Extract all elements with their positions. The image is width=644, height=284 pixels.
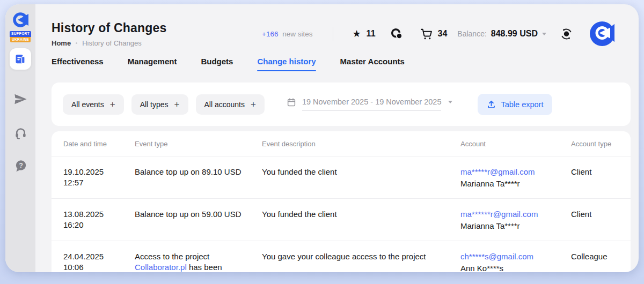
cell-account-type: Client	[571, 167, 631, 189]
account-email-link[interactable]: ma******r@gmail.com	[460, 209, 557, 220]
date-range-picker[interactable]: 19 November 2025 - 19 November 2025	[287, 98, 453, 111]
plus-icon: +	[110, 100, 115, 109]
account-name: Marianna Ta****r	[460, 178, 557, 189]
table-export-button[interactable]: Table export	[478, 94, 552, 115]
ukraine-badge: UKRAINE	[10, 37, 31, 43]
column-header-event-type: Event type	[135, 140, 262, 148]
calendar-icon	[287, 98, 296, 107]
favorites-count: 11	[367, 29, 376, 39]
cell-event-description: You funded the client	[262, 209, 460, 231]
account-name: Ann Ko****s	[460, 263, 557, 272]
tab-change-history[interactable]: Change history	[257, 57, 316, 71]
history-table: Date and time Event type Event descripti…	[52, 131, 631, 272]
svg-text:?: ?	[19, 162, 23, 169]
favorites-counter[interactable]: ★ 11	[352, 29, 375, 39]
new-sites-label: new sites	[282, 30, 312, 38]
avatar[interactable]	[590, 21, 614, 46]
cell-account: ma*****r@gmail.com Marianna Ta****r	[460, 167, 571, 189]
chevron-down-icon	[542, 33, 546, 35]
tab-management[interactable]: Management	[128, 57, 177, 71]
support-badge: SUPPORT	[10, 31, 31, 37]
page-title: History of Changes	[52, 21, 262, 35]
cart-count: 34	[438, 29, 448, 39]
breadcrumb: Home History of Changes	[52, 39, 262, 47]
collaborator-logo-icon	[11, 11, 30, 31]
cell-event-type: Access to the project Collaborator.pl ha…	[135, 251, 262, 272]
header-divider	[333, 27, 333, 41]
export-icon	[487, 100, 496, 109]
column-header-account-type: Account type	[571, 140, 631, 148]
profile-logo-icon	[590, 21, 614, 46]
cell-account: ch*****s@gmail.com Ann Ko****s	[460, 251, 571, 272]
paper-plane-icon	[13, 92, 27, 106]
star-icon: ★	[352, 29, 361, 39]
breadcrumb-current: History of Changes	[82, 39, 142, 47]
cell-account: ma******r@gmail.com Marianna Ta****r	[460, 209, 571, 231]
column-header-account: Account	[460, 140, 571, 148]
cell-date: 19.10.2025 12:57	[63, 167, 135, 189]
cart-icon	[420, 28, 433, 40]
app-window: SUPPORT UKRAINE	[5, 4, 639, 272]
messages-button[interactable]	[390, 27, 404, 41]
sidebar-item-support[interactable]	[10, 122, 31, 143]
filter-all-events[interactable]: All events +	[63, 94, 124, 115]
balance-label: Balance:	[457, 29, 486, 38]
breadcrumb-home[interactable]: Home	[52, 39, 71, 47]
cell-date: 13.08.2025 16:20	[63, 209, 135, 231]
new-sites-count: +166	[262, 30, 278, 38]
chat-bubbles-icon	[390, 27, 404, 41]
cell-account-type: Colleague	[571, 251, 631, 272]
tab-effectiveness[interactable]: Effectiveness	[52, 57, 104, 71]
table-row: 13.08.2025 16:20 Balance top up on 59.00…	[52, 199, 631, 241]
column-header-event-description: Event description	[262, 140, 460, 148]
tab-bar: Effectiveness Management Budgets Change …	[52, 57, 631, 71]
plus-icon: +	[251, 100, 256, 109]
column-header-date: Date and time	[63, 140, 135, 148]
switch-account-icon	[560, 27, 573, 41]
cell-event-description: You gave your colleague access to the pr…	[262, 251, 460, 272]
filter-bar: All events + All types + All accounts + …	[52, 83, 631, 126]
cell-event-type: Balance top up on 59.00 USD	[135, 209, 262, 231]
sidebar-item-help[interactable]: ?	[10, 155, 31, 176]
breadcrumb-separator-dot	[76, 42, 77, 44]
feed-icon	[14, 53, 27, 65]
table-row: 24.04.2025 10:06 Access to the project C…	[52, 241, 631, 272]
table-row: 19.10.2025 12:57 Balance top up on 89.10…	[52, 156, 631, 199]
filter-all-types[interactable]: All types +	[131, 94, 188, 115]
switch-account-button[interactable]	[560, 27, 573, 41]
cell-event-description: You funded the client	[262, 167, 460, 189]
account-name: Marianna Ta****r	[460, 221, 557, 231]
question-bubble-icon: ?	[14, 159, 27, 173]
filter-all-accounts[interactable]: All accounts +	[196, 94, 265, 115]
chevron-down-icon	[448, 101, 452, 103]
tab-budgets[interactable]: Budgets	[201, 57, 233, 71]
cell-date: 24.04.2025 10:06	[63, 251, 135, 272]
account-email-link[interactable]: ma*****r@gmail.com	[460, 167, 557, 177]
headphones-icon	[14, 126, 27, 139]
date-range-value: 19 November 2025 - 19 November 2025	[302, 98, 442, 111]
account-email-link[interactable]: ch*****s@gmail.com	[460, 251, 557, 262]
plus-icon: +	[174, 100, 180, 109]
tab-master-accounts[interactable]: Master Accounts	[340, 57, 405, 71]
balance-value: 848.99 USD	[491, 29, 538, 39]
topbar: History of Changes Home History of Chang…	[52, 18, 631, 50]
app-logo[interactable]: SUPPORT UKRAINE	[10, 11, 31, 42]
main-content: History of Changes Home History of Chang…	[35, 4, 639, 272]
sidebar-item-history-of-changes[interactable]	[10, 48, 31, 70]
cell-account-type: Client	[571, 209, 631, 231]
cart-counter[interactable]: 34	[420, 28, 448, 40]
table-header-row: Date and time Event type Event descripti…	[52, 131, 631, 156]
cell-event-type: Balance top up on 89.10 USD	[135, 167, 262, 189]
sidebar: SUPPORT UKRAINE	[5, 4, 35, 272]
new-sites-link[interactable]: +166 new sites	[262, 30, 312, 38]
project-link[interactable]: Collaborator.pl	[135, 263, 187, 272]
balance-dropdown[interactable]: Balance: 848.99 USD	[457, 29, 546, 39]
sidebar-item-telegram[interactable]	[10, 88, 31, 110]
